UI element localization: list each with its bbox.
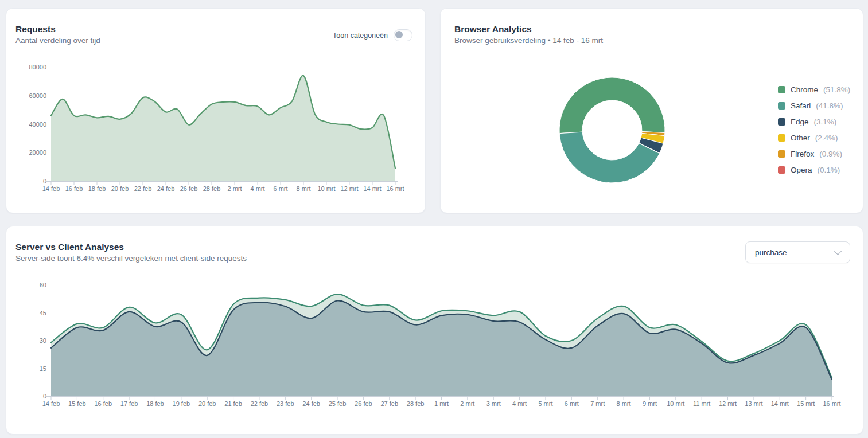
legend-label: Edge <box>791 118 809 126</box>
svg-text:4 mrt: 4 mrt <box>250 185 264 192</box>
svg-text:5 mrt: 5 mrt <box>538 400 552 407</box>
svg-text:17 feb: 17 feb <box>120 400 138 407</box>
svg-text:14 feb: 14 feb <box>42 400 60 407</box>
svg-text:14 feb: 14 feb <box>42 185 60 192</box>
svg-text:20 feb: 20 feb <box>198 400 216 407</box>
svg-text:40000: 40000 <box>29 121 46 128</box>
donut-slice-chrome <box>559 77 665 134</box>
legend-label: Opera <box>791 166 812 174</box>
legend-swatch-icon <box>778 118 785 126</box>
legend-item-edge[interactable]: Edge(3.1%) <box>778 116 850 127</box>
svg-text:27 feb: 27 feb <box>380 400 398 407</box>
svg-text:14 mrt: 14 mrt <box>771 400 789 407</box>
legend-percent: (0.9%) <box>819 150 842 158</box>
legend-label: Chrome <box>791 85 818 94</box>
legend-percent: (3.1%) <box>814 118 837 126</box>
svg-text:20 feb: 20 feb <box>111 185 129 192</box>
svg-text:16 feb: 16 feb <box>94 400 112 407</box>
legend-item-chrome[interactable]: Chrome(51.8%) <box>778 84 850 95</box>
svg-text:16 feb: 16 feb <box>65 185 83 192</box>
legend-percent: (51.8%) <box>823 85 850 94</box>
svg-text:10 mrt: 10 mrt <box>667 400 684 407</box>
svg-text:26 feb: 26 feb <box>355 400 372 407</box>
svg-text:21 feb: 21 feb <box>224 400 242 407</box>
svg-text:45: 45 <box>40 310 46 316</box>
svg-text:2 mrt: 2 mrt <box>460 400 474 407</box>
svg-text:9 mrt: 9 mrt <box>643 400 657 407</box>
svg-text:8 mrt: 8 mrt <box>296 185 310 192</box>
svg-text:14 mrt: 14 mrt <box>363 185 381 192</box>
svg-text:10 mrt: 10 mrt <box>317 185 335 192</box>
svg-text:30: 30 <box>40 337 46 344</box>
svg-text:11 mrt: 11 mrt <box>693 400 710 407</box>
svg-text:18 feb: 18 feb <box>146 400 164 407</box>
svg-text:25 feb: 25 feb <box>329 400 347 407</box>
svg-text:19 feb: 19 feb <box>173 400 190 407</box>
svg-text:15 mrt: 15 mrt <box>797 400 815 407</box>
legend-swatch-icon <box>778 166 785 174</box>
svg-text:24 feb: 24 feb <box>302 400 320 407</box>
svg-text:20000: 20000 <box>29 149 46 156</box>
svg-text:2 mrt: 2 mrt <box>227 185 242 192</box>
svg-text:26 feb: 26 feb <box>180 185 198 192</box>
svg-text:6 mrt: 6 mrt <box>565 400 579 407</box>
server-vs-client-area-chart: 01530456014 feb15 feb16 feb17 feb18 feb1… <box>6 226 863 434</box>
server-vs-client-card: Server vs Client Analyses Server-side to… <box>6 226 863 435</box>
svg-text:1 mrt: 1 mrt <box>434 400 449 407</box>
svg-text:12 mrt: 12 mrt <box>340 185 358 192</box>
svg-text:28 feb: 28 feb <box>203 185 221 192</box>
legend-swatch-icon <box>778 134 785 142</box>
legend-label: Safari <box>791 101 811 110</box>
browser-analytics-card: Browser Analytics Browser gebruiksverdel… <box>440 8 863 213</box>
svg-text:22 feb: 22 feb <box>251 400 268 407</box>
svg-text:16 mrt: 16 mrt <box>823 400 840 407</box>
svg-text:6 mrt: 6 mrt <box>273 185 287 192</box>
legend-label: Other <box>791 134 810 142</box>
svg-text:15 feb: 15 feb <box>68 400 86 407</box>
svg-text:15: 15 <box>40 365 46 372</box>
svg-text:60: 60 <box>40 281 46 288</box>
legend-label: Firefox <box>791 150 814 158</box>
requests-area-chart: 02000040000600008000014 feb16 feb18 feb2… <box>6 9 425 213</box>
svg-text:60000: 60000 <box>29 92 46 99</box>
svg-text:24 feb: 24 feb <box>157 185 175 192</box>
legend-percent: (2.4%) <box>815 134 838 142</box>
legend-item-firefox[interactable]: Firefox(0.9%) <box>778 148 850 159</box>
legend-swatch-icon <box>778 86 785 93</box>
svg-text:4 mrt: 4 mrt <box>512 400 527 407</box>
browser-legend: Chrome(51.8%)Safari(41.8%)Edge(3.1%)Othe… <box>778 84 850 181</box>
svg-text:16 mrt: 16 mrt <box>386 185 404 192</box>
legend-item-other[interactable]: Other(2.4%) <box>778 132 850 143</box>
legend-swatch-icon <box>778 102 785 110</box>
svg-text:8 mrt: 8 mrt <box>617 400 631 407</box>
svg-text:18 feb: 18 feb <box>88 185 106 192</box>
svg-text:7 mrt: 7 mrt <box>590 400 605 407</box>
svg-text:12 mrt: 12 mrt <box>719 400 737 407</box>
legend-item-safari[interactable]: Safari(41.8%) <box>778 100 850 111</box>
svg-text:23 feb: 23 feb <box>277 400 294 407</box>
svg-text:3 mrt: 3 mrt <box>486 400 501 407</box>
svg-text:28 feb: 28 feb <box>407 400 425 407</box>
legend-swatch-icon <box>778 150 785 158</box>
legend-percent: (41.8%) <box>816 101 843 110</box>
svg-text:13 mrt: 13 mrt <box>745 400 762 407</box>
legend-item-opera[interactable]: Opera(0.1%) <box>778 165 850 175</box>
svg-text:22 feb: 22 feb <box>134 185 152 192</box>
requests-card: Requests Aantal verdeling over tijd Toon… <box>6 8 426 213</box>
legend-percent: (0.1%) <box>818 166 840 174</box>
svg-text:80000: 80000 <box>29 64 46 71</box>
